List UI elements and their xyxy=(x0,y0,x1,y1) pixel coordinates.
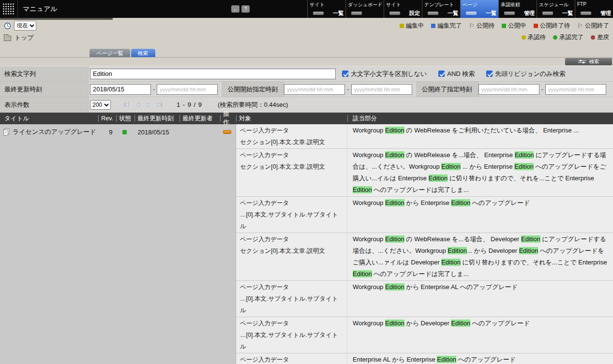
nav-tab-schedule-list[interactable]: スケジュール 一覧 xyxy=(537,0,575,18)
page-range-info: 1 - 9 / 9 xyxy=(177,101,202,108)
slider-icon xyxy=(578,59,586,64)
option-case-insensitive[interactable]: 大文字小文字を区別しない xyxy=(342,70,427,78)
search-result-row: ページ入力データ …[0].本文.サブタイトル.サブタイトル Workgroup… xyxy=(236,317,613,353)
nav-tab-bottom-label: 一覧 xyxy=(486,10,496,17)
search-term-highlight: Edition xyxy=(515,151,534,159)
breadcrumb-toolbar: トップ 承認待 承認完了 差戻 xyxy=(0,31,613,44)
result-target-path: …[0].本文.サブタイトル.サブタイトル xyxy=(240,329,343,352)
legend-item-publish-ended: ⚐公開終了 xyxy=(577,22,609,30)
results-body: ライセンスのアップグレード 9 2018/05/15 ページ入力データ セクショ… xyxy=(0,124,613,364)
page-operation-icon[interactable] xyxy=(223,130,231,134)
nav-tab-ftp-management[interactable]: FTP 管理 xyxy=(575,0,613,18)
result-rows: ページ入力データ セクション[0].本文.文章.説明文 Workgroup Ed… xyxy=(236,124,613,364)
search-panel-header: 検索 xyxy=(0,57,613,66)
help-icon[interactable]: ? xyxy=(241,5,250,13)
publish-end-to-input[interactable] xyxy=(545,84,606,95)
search-term-highlight: Edition xyxy=(448,247,467,254)
nav-tab-site-settings[interactable]: サイト 設定 xyxy=(384,0,422,18)
back-icon[interactable]: ← xyxy=(231,5,239,13)
search-panel-button[interactable]: 検索 xyxy=(565,58,612,65)
pager-last-icon[interactable] xyxy=(157,102,163,108)
legend-item-edit-complete: 編集完了 xyxy=(431,22,462,30)
checkbox-checked-icon[interactable] xyxy=(486,71,493,77)
result-match-text: Workgroup Edition から Enterprise Edition … xyxy=(347,197,613,233)
page-row: ライセンスのアップグレード 9 2018/05/15 xyxy=(0,124,236,138)
search-term-highlight: Edition xyxy=(521,235,540,243)
revision-select[interactable]: 現在 xyxy=(14,21,36,30)
nav-tab-page-list[interactable]: ページ 一覧 xyxy=(460,0,498,18)
nav-tab-site-list[interactable]: サイト 一覧 xyxy=(307,0,345,18)
nav-tab-bottom-label: 管理 xyxy=(524,10,535,17)
publish-start-to-input[interactable] xyxy=(351,84,412,95)
nav-tab-dashboard[interactable]: ダッシュボード xyxy=(345,0,384,18)
tab-search[interactable]: 検索 xyxy=(131,49,155,57)
page-title-link[interactable]: ライセンスのアップグレード xyxy=(13,128,96,136)
app-menu-grid-icon[interactable] xyxy=(0,0,18,18)
search-form: 検索文字列 大文字小文字を区別しない AND 検索 先頭リビジョンのみ検索 最終… xyxy=(0,66,613,113)
result-target-type: ページ入力データ xyxy=(240,233,343,245)
search-options: 大文字小文字を区別しない AND 検索 先頭リビジョンのみ検索 xyxy=(342,70,565,78)
pagination xyxy=(123,102,163,108)
title-mini-buttons: ← ? xyxy=(231,5,250,13)
search-term-highlight: Edition xyxy=(385,151,404,159)
publish-end-label: 公開終了指定時刻 xyxy=(416,82,478,97)
page-status-published-icon xyxy=(122,130,127,134)
status-publish-ended-flag-icon: ⚐ xyxy=(577,24,583,28)
header-last-updated: 最終更新時刻 xyxy=(135,113,179,124)
legend-item-publish-end-wait: 公開終了待 xyxy=(534,22,570,30)
updated-to-input[interactable] xyxy=(157,84,218,95)
rejected-icon xyxy=(591,35,595,40)
result-target-type: ページ入力データ xyxy=(240,354,343,364)
nav-tab-top-label: サイト xyxy=(386,1,420,8)
site-title: マニュアル xyxy=(18,0,58,18)
status-publish-wait-flag-icon: ⚐ xyxy=(469,24,475,28)
legend-item-approval-complete: 承認完了 xyxy=(553,33,583,42)
updated-from-input[interactable] xyxy=(90,84,151,95)
pager-next-icon[interactable] xyxy=(146,102,152,108)
legend-item-publish-wait: ⚐公開待 xyxy=(469,22,494,30)
revision-selector: 現在 xyxy=(4,21,36,30)
status-editing-icon xyxy=(400,24,404,28)
header-last-updater: 最終更新者 xyxy=(179,113,220,124)
tab-indicator-icon xyxy=(581,12,591,15)
search-query-input[interactable] xyxy=(90,69,336,79)
result-target-path: …[0].本文.サブタイトル.サブタイトル xyxy=(240,293,343,316)
publish-start-from-input[interactable] xyxy=(284,84,345,95)
tab-indicator-icon xyxy=(542,12,553,15)
search-term-highlight: Edition xyxy=(451,199,470,206)
option-head-revision-only[interactable]: 先頭リビジョンのみ検索 xyxy=(486,70,565,78)
search-term-highlight: Edition xyxy=(451,320,470,327)
tab-page-list[interactable]: ページ一覧 xyxy=(90,49,130,57)
publish-start-label: 公開開始指定時刻 xyxy=(222,82,284,97)
legend-item-approval-wait: 承認待 xyxy=(522,33,546,42)
tab-indicator-icon xyxy=(351,12,362,15)
header-status: 状態 xyxy=(116,113,135,124)
search-panel-button-label: 検索 xyxy=(589,58,599,65)
search-result-row: ページ入力データ セクション[0].本文.文章.説明文 Workgroup Ed… xyxy=(236,233,613,281)
last-updated-label: 最終更新時刻 xyxy=(0,82,89,97)
folder-icon xyxy=(4,36,11,41)
display-count-select[interactable]: 200 xyxy=(90,100,111,110)
nav-tab-bottom-label: 一覧 xyxy=(333,10,344,17)
query-row: 検索文字列 大文字小文字を区別しない AND 検索 先頭リビジョンのみ検索 xyxy=(0,66,613,82)
date-filter-row: 最終更新時刻 - 公開開始指定時刻 - 公開終了指定時刻 - xyxy=(0,82,613,97)
checkbox-checked-icon[interactable] xyxy=(342,71,348,77)
pager-first-icon[interactable] xyxy=(123,102,130,108)
nav-tab-approval-management[interactable]: 承認依頼 管理 xyxy=(498,0,537,18)
breadcrumb[interactable]: トップ xyxy=(4,33,34,42)
tab-indicator-icon xyxy=(428,12,438,15)
nav-tab-top-label: サイト xyxy=(310,1,344,8)
result-target-path: …[0].本文.サブタイトル.サブタイトル xyxy=(240,209,343,232)
result-target-type: ページ入力データ xyxy=(240,318,343,329)
publish-end-from-input[interactable] xyxy=(478,84,539,95)
nav-tab-top-label: テンプレート xyxy=(424,1,458,8)
option-and-search[interactable]: AND 検索 xyxy=(438,70,475,78)
result-target-type: ページ入力データ xyxy=(240,281,343,293)
nav-tab-top-label: 承認依頼 xyxy=(501,1,535,8)
nav-tab-template-list[interactable]: テンプレート 一覧 xyxy=(422,0,460,18)
search-term-highlight: Edition xyxy=(385,199,404,206)
pager-prev-icon[interactable] xyxy=(135,102,141,108)
checkbox-checked-icon[interactable] xyxy=(438,71,445,77)
nav-tab-bottom-label: 設定 xyxy=(409,10,420,17)
nav-tab-top-label: ダッシュボード xyxy=(348,1,382,8)
